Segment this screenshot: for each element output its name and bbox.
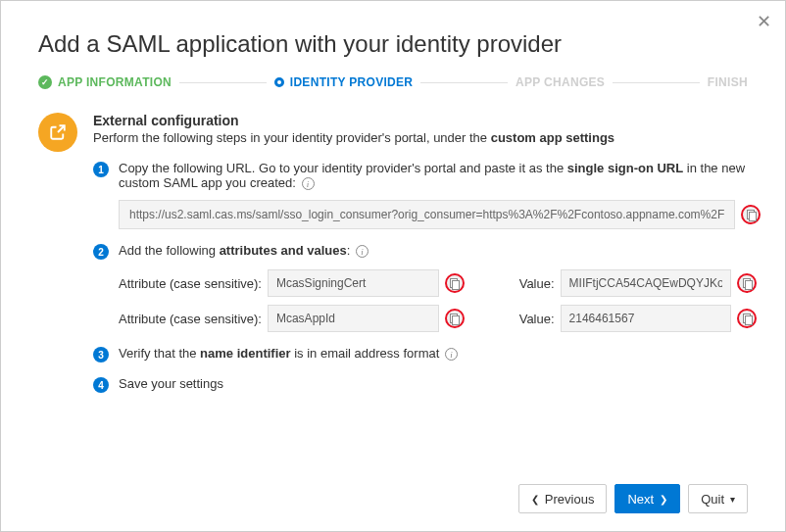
info-icon[interactable]: i xyxy=(445,348,458,361)
step-number-badge: 1 xyxy=(93,162,109,177)
chevron-down-icon: ▾ xyxy=(730,494,735,505)
step-label: APP CHANGES xyxy=(516,75,605,89)
sso-url-field[interactable]: https://us2.saml.cas.ms/saml/sso_login_c… xyxy=(119,200,735,229)
attribute-label: Attribute (case sensitive): xyxy=(119,312,262,326)
step-number-badge: 3 xyxy=(93,347,109,363)
step-finish: FINISH xyxy=(708,75,748,89)
active-step-icon xyxy=(274,77,284,87)
value-label: Value: xyxy=(519,276,555,291)
step-connector xyxy=(179,82,267,83)
value-field-mcas-app-id[interactable] xyxy=(561,305,732,332)
instruction-step-3: 3 Verify that the name identifier is in … xyxy=(93,346,761,363)
external-link-icon xyxy=(38,113,77,152)
wizard-stepper: ✓ APP INFORMATION IDENTITY PROVIDER APP … xyxy=(38,75,748,89)
info-icon[interactable]: i xyxy=(302,177,315,190)
copy-icon xyxy=(743,314,752,324)
instruction-step-1: 1 Copy the following URL. Go to your ide… xyxy=(93,161,761,229)
step-label: APP INFORMATION xyxy=(58,75,172,89)
copy-icon xyxy=(450,314,459,324)
step-number-badge: 4 xyxy=(93,377,109,393)
previous-button[interactable]: ❮ Previous xyxy=(518,484,608,513)
dialog-title: Add a SAML application with your identit… xyxy=(38,30,748,58)
section-description: Perform the following steps in your iden… xyxy=(93,130,761,145)
instruction-step-2: 2 Add the following attributes and value… xyxy=(93,243,761,332)
step-app-changes: APP CHANGES xyxy=(516,75,605,89)
step-label: FINISH xyxy=(708,75,748,89)
value-field-mcas-signing-cert[interactable] xyxy=(561,269,732,297)
checkmark-icon: ✓ xyxy=(38,75,52,89)
attribute-field-mcas-app-id[interactable] xyxy=(268,305,439,332)
chevron-left-icon: ❮ xyxy=(531,494,539,505)
next-button[interactable]: Next ❯ xyxy=(614,484,680,513)
copy-attribute-button[interactable] xyxy=(445,273,465,293)
copy-attribute-button[interactable] xyxy=(445,309,465,328)
section-title: External configuration xyxy=(93,113,761,128)
step-identity-provider[interactable]: IDENTITY PROVIDER xyxy=(274,75,414,89)
value-label: Value: xyxy=(519,312,555,326)
dialog-footer: ❮ Previous Next ❯ Quit ▾ xyxy=(518,484,748,513)
attribute-field-mcas-signing-cert[interactable] xyxy=(268,269,439,297)
copy-icon xyxy=(450,278,459,289)
close-icon[interactable]: ✕ xyxy=(757,11,771,32)
copy-icon xyxy=(747,210,756,220)
instruction-step-4: 4 Save your settings xyxy=(93,376,761,393)
chevron-right-icon: ❯ xyxy=(660,494,667,505)
copy-value-button[interactable] xyxy=(737,273,757,293)
copy-value-button[interactable] xyxy=(737,309,757,328)
external-config-section: External configuration Perform the follo… xyxy=(38,113,748,407)
step-label: IDENTITY PROVIDER xyxy=(290,75,414,89)
quit-button[interactable]: Quit ▾ xyxy=(688,484,748,513)
info-icon[interactable]: i xyxy=(356,245,368,258)
step-app-information[interactable]: ✓ APP INFORMATION xyxy=(38,75,172,89)
attribute-label: Attribute (case sensitive): xyxy=(119,276,262,291)
copy-url-button[interactable] xyxy=(741,205,761,224)
step-number-badge: 2 xyxy=(93,244,109,260)
saml-app-dialog: ✕ Add a SAML application with your ident… xyxy=(0,0,786,532)
step-connector xyxy=(420,82,508,83)
copy-icon xyxy=(743,278,752,289)
step-connector xyxy=(613,82,700,83)
